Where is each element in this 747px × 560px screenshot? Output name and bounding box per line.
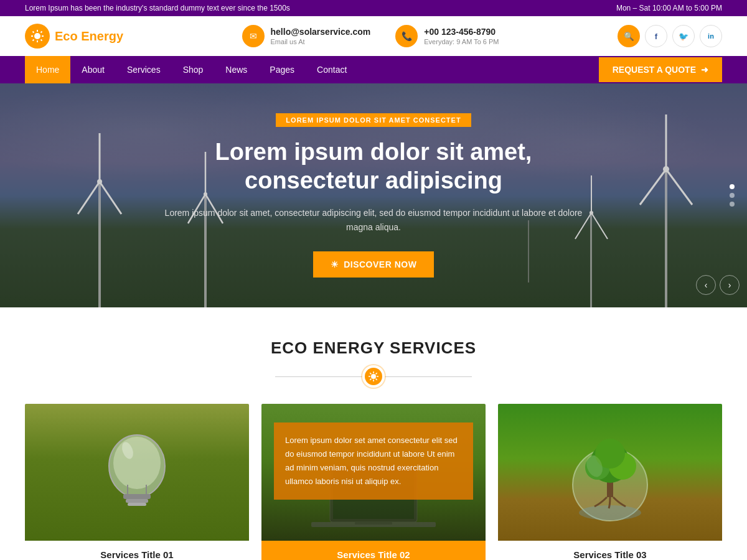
twitter-button[interactable]: 🐦: [672, 25, 695, 47]
arrow-right-icon: ➜: [701, 65, 708, 75]
nav-link-services[interactable]: Services: [116, 56, 172, 83]
svg-line-13: [100, 182, 121, 214]
service-title-3: Services Title 03: [573, 549, 646, 560]
divider-line-right: [385, 376, 472, 377]
email-info: hello@solarservice.com Email us At: [271, 27, 371, 46]
svg-line-37: [370, 379, 371, 380]
nav-item-services[interactable]: Services: [116, 56, 172, 83]
nav-item-news[interactable]: News: [214, 56, 258, 83]
prev-slide-button[interactable]: ‹: [696, 275, 716, 295]
nav-link-news[interactable]: News: [214, 56, 258, 83]
slider-dots: [730, 184, 735, 207]
search-button[interactable]: 🔍: [618, 25, 640, 47]
nav-links: Home About Services Shop News Pages Cont…: [25, 56, 358, 83]
services-section: ECO ENERGY SERVICES: [0, 307, 747, 560]
nav-link-shop[interactable]: Shop: [172, 56, 215, 83]
top-bar: Lorem Ipsum has been the industry's stan…: [0, 0, 747, 16]
service-title-bar-1: Services Title 01: [25, 541, 249, 560]
logo-icon: [25, 24, 50, 49]
svg-line-5: [33, 32, 34, 33]
svg-rect-44: [128, 503, 146, 506]
search-icon: 🔍: [624, 32, 634, 41]
slider-dot-1[interactable]: [730, 184, 735, 189]
svg-rect-43: [126, 499, 148, 503]
svg-line-34: [370, 373, 371, 374]
nav-item-pages[interactable]: Pages: [258, 56, 306, 83]
service-title-bar-3: Services Title 03: [498, 541, 722, 560]
nav-item-shop[interactable]: Shop: [172, 56, 215, 83]
svg-line-22: [640, 169, 666, 205]
svg-line-28: [591, 213, 608, 239]
service-title-2: Services Title 02: [337, 549, 410, 560]
slider-dot-2[interactable]: [730, 193, 735, 198]
phone-info: +00 123-456-8790 Everyday: 9 AM To 6 PM: [424, 27, 499, 46]
service-card-2: Lorem ipsum dolor set amet consectetur e…: [261, 404, 486, 560]
hero-description: Lorem ipsum dolor sit amet, consectetur …: [156, 206, 591, 234]
email-contact: ✉ hello@solarservice.com Email us At: [242, 25, 371, 47]
logo: Eco Energy: [25, 24, 123, 49]
nav-link-contact[interactable]: Contact: [306, 56, 358, 83]
linkedin-icon: in: [708, 32, 714, 40]
svg-rect-42: [123, 494, 151, 499]
nav-item-about[interactable]: About: [70, 56, 116, 83]
svg-line-12: [78, 182, 100, 214]
services-grid: Services Title 01 Lorem ipsum dolor set …: [25, 404, 722, 560]
twitter-icon: 🐦: [679, 32, 688, 41]
header-actions: 🔍 f 🐦 in: [618, 25, 722, 47]
slider-dot-3[interactable]: [730, 202, 735, 207]
logo-text: Eco Energy: [55, 29, 123, 44]
hero-title: Lorem ipsum dolor sit amet, consectetur …: [156, 138, 591, 195]
linkedin-button[interactable]: in: [700, 25, 722, 47]
service-overlay-text: Lorem ipsum dolor set amet consectetur e…: [285, 436, 458, 486]
svg-point-29: [371, 374, 376, 379]
svg-point-51: [579, 505, 641, 520]
svg-point-0: [34, 33, 40, 39]
svg-line-35: [376, 379, 377, 380]
facebook-icon: f: [655, 32, 657, 41]
service-image-2: Lorem ipsum dolor set amet consectetur e…: [261, 404, 486, 541]
service-image-1: [25, 404, 249, 541]
top-bar-right: Mon – Sat 10:00 AM to 5:00 PM: [616, 4, 722, 12]
phone-icon: 📞: [395, 25, 418, 47]
svg-line-7: [41, 32, 42, 33]
svg-line-8: [33, 40, 34, 41]
svg-line-6: [41, 40, 42, 41]
next-slide-button[interactable]: ›: [720, 275, 740, 295]
svg-line-23: [666, 169, 692, 205]
navbar: Home About Services Shop News Pages Cont…: [0, 56, 747, 83]
nav-item-contact[interactable]: Contact: [306, 56, 358, 83]
phone-contact: 📞 +00 123-456-8790 Everyday: 9 AM To 6 P…: [395, 25, 499, 47]
divider-line-left: [275, 376, 362, 377]
hero-content: LOREM IPSUM DOLOR SIT AMET CONSECTET Lor…: [156, 113, 591, 278]
request-quote-label: REQUEST A QUOTE: [613, 65, 696, 75]
discover-now-button[interactable]: ☀ DISCOVER NOW: [313, 251, 435, 278]
svg-point-39: [113, 437, 161, 489]
request-quote-button[interactable]: REQUEST A QUOTE ➜: [599, 57, 722, 82]
svg-line-36: [376, 373, 377, 374]
section-divider: [25, 368, 722, 385]
service-title-bar-2: Services Title 02: [261, 541, 486, 560]
service-card-1: Services Title 01: [25, 404, 249, 560]
services-title: ECO ENERGY SERVICES: [25, 338, 722, 358]
top-bar-left: Lorem Ipsum has been the industry's stan…: [25, 4, 290, 12]
svg-rect-9: [98, 183, 101, 307]
facebook-button[interactable]: f: [645, 25, 667, 47]
service-overlay-2: Lorem ipsum dolor set amet consectetur e…: [274, 422, 473, 500]
nav-link-about[interactable]: About: [70, 56, 116, 83]
nav-link-pages[interactable]: Pages: [258, 56, 306, 83]
divider-sun-icon: [365, 368, 382, 385]
nav-item-home[interactable]: Home: [25, 56, 70, 83]
nav-link-home[interactable]: Home: [25, 56, 70, 83]
service-title-1: Services Title 01: [100, 549, 173, 560]
hero-badge: LOREM IPSUM DOLOR SIT AMET CONSECTET: [276, 113, 471, 127]
header-contact: ✉ hello@solarservice.com Email us At 📞 +…: [242, 25, 499, 47]
discover-label: DISCOVER NOW: [344, 259, 416, 269]
header: Eco Energy ✉ hello@solarservice.com Emai…: [0, 16, 747, 56]
hero-section: LOREM IPSUM DOLOR SIT AMET CONSECTET Lor…: [0, 83, 747, 307]
svg-rect-49: [355, 522, 392, 525]
slider-arrows: ‹ ›: [696, 275, 740, 295]
service-card-3: Services Title 03: [498, 404, 722, 560]
email-icon: ✉: [242, 25, 265, 47]
service-image-3: [498, 404, 722, 541]
svg-rect-19: [665, 170, 667, 307]
